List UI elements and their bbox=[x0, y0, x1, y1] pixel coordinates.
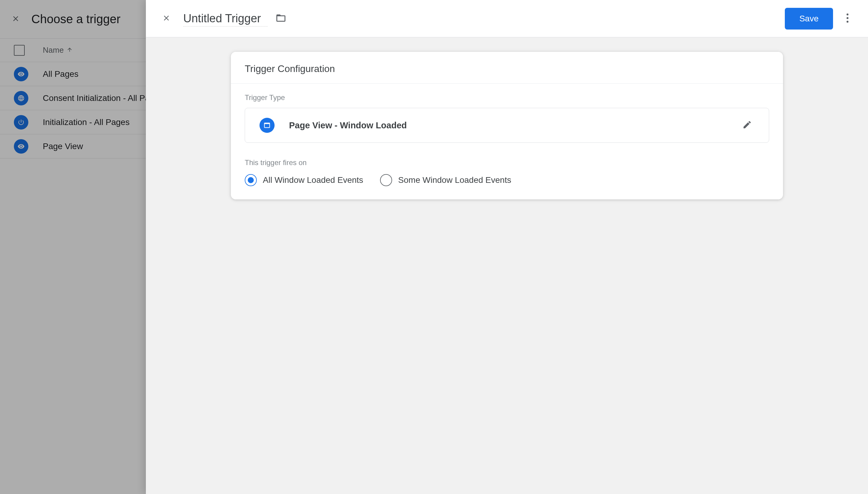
radio-label: Some Window Loaded Events bbox=[398, 175, 511, 185]
more-options-button[interactable] bbox=[840, 12, 855, 26]
folder-button[interactable] bbox=[274, 12, 288, 26]
save-button[interactable]: Save bbox=[785, 8, 833, 30]
edit-button[interactable] bbox=[740, 118, 754, 133]
trigger-fires-section: This trigger fires on All Window Loaded … bbox=[231, 143, 783, 186]
more-vert-icon bbox=[846, 13, 849, 24]
fires-on-label: This trigger fires on bbox=[245, 158, 769, 167]
pencil-icon bbox=[742, 120, 752, 131]
trigger-configuration-card: Trigger Configuration Trigger Type Page … bbox=[231, 52, 783, 200]
card-title: Trigger Configuration bbox=[245, 63, 769, 74]
window-loaded-icon bbox=[259, 118, 275, 133]
svg-point-2 bbox=[847, 20, 848, 22]
trigger-editor-panel: Save Trigger Configuration Trigger Type … bbox=[146, 0, 868, 494]
trigger-type-label: Trigger Type bbox=[245, 93, 769, 102]
trigger-type-selector[interactable]: Page View - Window Loaded bbox=[245, 108, 769, 143]
card-header: Trigger Configuration bbox=[231, 52, 783, 84]
folder-icon bbox=[275, 13, 286, 25]
radio-unselected-icon bbox=[380, 174, 392, 186]
radio-all-events[interactable]: All Window Loaded Events bbox=[245, 174, 363, 186]
front-panel-header: Save bbox=[146, 0, 868, 37]
close-icon bbox=[162, 14, 171, 23]
radio-some-events[interactable]: Some Window Loaded Events bbox=[380, 174, 511, 186]
close-button[interactable] bbox=[159, 12, 173, 26]
trigger-type-section: Trigger Type Page View - Window Loaded bbox=[231, 84, 783, 143]
svg-point-0 bbox=[847, 13, 848, 15]
svg-point-1 bbox=[847, 17, 848, 19]
trigger-type-name: Page View - Window Loaded bbox=[289, 120, 740, 130]
fires-radio-group: All Window Loaded Events Some Window Loa… bbox=[245, 174, 769, 186]
trigger-title-input[interactable] bbox=[183, 11, 267, 26]
radio-label: All Window Loaded Events bbox=[263, 175, 363, 185]
radio-selected-icon bbox=[245, 174, 257, 186]
